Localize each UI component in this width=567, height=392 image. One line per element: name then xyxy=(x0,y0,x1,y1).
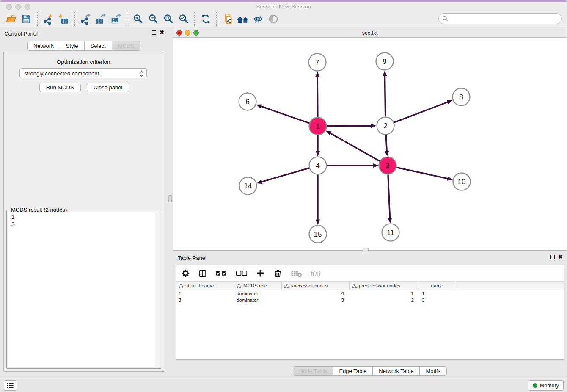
tab-motifs[interactable]: Motifs xyxy=(419,366,447,376)
close-panel-icon[interactable]: ✖ xyxy=(160,30,164,35)
table-row[interactable]: 3dominator323 xyxy=(176,297,564,304)
mcds-result-textarea[interactable]: 1 3 xyxy=(8,212,160,367)
checkboxes-empty-icon xyxy=(236,270,248,277)
node-2[interactable]: 2 xyxy=(377,117,394,135)
node-3[interactable]: 3 xyxy=(379,157,396,174)
tab-network[interactable]: Network xyxy=(27,41,60,51)
zoom-in-button[interactable] xyxy=(130,12,146,26)
delete-table-button[interactable] xyxy=(291,268,302,279)
deselect-all-rows-button[interactable] xyxy=(236,268,248,279)
edge-1-2[interactable] xyxy=(327,124,376,128)
table-cell: 1 xyxy=(419,291,455,296)
save-session-button[interactable] xyxy=(19,12,34,26)
edge-3-11[interactable] xyxy=(388,174,392,223)
node-7[interactable]: 7 xyxy=(309,54,326,71)
column-header-successor-nodes[interactable]: successor nodes xyxy=(282,282,350,290)
edge-2-9[interactable] xyxy=(383,70,387,116)
mcds-result-lines: 1 3 xyxy=(11,213,156,228)
node-table: shared nameMCDS rolesuccessor nodesprede… xyxy=(176,282,564,359)
edge-2-8[interactable] xyxy=(394,100,453,122)
node-14[interactable]: 14 xyxy=(239,177,257,195)
node-label: 4 xyxy=(316,162,319,170)
zoom-fit-icon xyxy=(163,14,174,25)
column-header-shared-name[interactable]: shared name xyxy=(176,282,234,290)
edge-4-15[interactable] xyxy=(316,175,320,225)
memory-button[interactable]: Memory xyxy=(528,380,564,391)
tab-network-table[interactable]: Network Table xyxy=(372,366,420,376)
edge-3-1[interactable] xyxy=(326,131,380,161)
duplicate-network-icon xyxy=(222,14,233,25)
node-4[interactable]: 4 xyxy=(309,157,327,174)
delete-column-button[interactable] xyxy=(273,268,282,279)
export-table-button[interactable] xyxy=(93,12,108,26)
tab-mcds[interactable]: MCDS xyxy=(112,41,140,51)
import-network-icon xyxy=(43,14,54,25)
node-10[interactable]: 10 xyxy=(453,173,471,190)
table-splitter-handle[interactable] xyxy=(363,248,369,251)
node-label: 15 xyxy=(314,230,322,238)
task-history-button[interactable] xyxy=(4,380,17,391)
tab-style[interactable]: Style xyxy=(60,41,85,51)
node-9[interactable]: 9 xyxy=(376,53,394,70)
node-label: 6 xyxy=(245,98,249,106)
table-settings-button[interactable] xyxy=(181,268,190,279)
node-6[interactable]: 6 xyxy=(239,93,256,110)
refresh-icon xyxy=(201,14,211,24)
export-network-button[interactable] xyxy=(78,12,93,26)
split-table-button[interactable] xyxy=(198,268,207,279)
tab-select[interactable]: Select xyxy=(84,41,112,51)
column-header-predecessor-nodes[interactable]: predecessor nodes xyxy=(350,282,419,290)
criterion-dropdown[interactable]: strongly connected component xyxy=(19,68,147,78)
table-body: 1dominator4113dominator323 xyxy=(176,290,564,304)
edge-1-7[interactable] xyxy=(315,71,319,117)
node-11[interactable]: 11 xyxy=(382,224,399,241)
open-session-button[interactable] xyxy=(3,12,19,26)
zoom-out-button[interactable] xyxy=(146,12,161,26)
column-header-mcds-role[interactable]: MCDS role xyxy=(234,282,282,290)
float-panel-icon[interactable] xyxy=(152,30,156,35)
run-mcds-button[interactable]: Run MCDS xyxy=(39,83,81,92)
result-scrollbar[interactable] xyxy=(155,212,160,367)
zoom-fit-button[interactable] xyxy=(161,12,176,26)
export-image-button[interactable] xyxy=(108,12,124,26)
float-table-panel-icon[interactable] xyxy=(550,255,555,259)
zoom-selected-icon xyxy=(178,14,189,25)
node-8[interactable]: 8 xyxy=(453,88,470,106)
node-label: 11 xyxy=(387,229,394,237)
edge-1-6[interactable] xyxy=(256,104,309,123)
column-type-icon xyxy=(352,284,357,288)
table-row[interactable]: 1dominator411 xyxy=(176,290,564,297)
refresh-button[interactable] xyxy=(198,12,213,26)
close-panel-button[interactable]: Close panel xyxy=(87,83,129,92)
edge-1-4[interactable] xyxy=(316,135,320,157)
import-table-button[interactable] xyxy=(56,12,71,26)
tab-node-table[interactable]: Node Table xyxy=(293,366,333,376)
select-all-rows-button[interactable] xyxy=(215,268,227,279)
show-all-button[interactable] xyxy=(266,12,281,26)
app-titlebar: Session: New Session xyxy=(0,2,567,11)
hide-selected-button[interactable] xyxy=(250,12,266,26)
table-cell: dominator xyxy=(234,298,282,303)
search-input[interactable] xyxy=(438,13,562,24)
add-column-button[interactable] xyxy=(256,268,265,279)
duplicate-network-button[interactable] xyxy=(220,12,235,26)
memory-status-icon xyxy=(533,383,537,388)
edge-3-10[interactable] xyxy=(396,168,453,181)
trash-icon xyxy=(273,269,282,278)
close-table-panel-icon[interactable]: ✖ xyxy=(558,255,563,259)
edge-4-14[interactable] xyxy=(257,168,309,184)
panel-splitter-handle[interactable] xyxy=(168,195,172,202)
table-panel-tabs: Node TableEdge TableNetwork TableMotifs xyxy=(173,366,567,376)
edge-2-3[interactable] xyxy=(385,135,389,156)
tab-edge-table[interactable]: Edge Table xyxy=(333,366,373,376)
function-builder-button[interactable]: f(x) xyxy=(311,268,321,279)
column-header-name[interactable]: name xyxy=(419,282,455,290)
table-cell: 1 xyxy=(176,291,234,296)
zoom-selected-button[interactable] xyxy=(176,12,191,26)
import-network-button[interactable] xyxy=(41,12,56,26)
node-15[interactable]: 15 xyxy=(309,226,327,243)
first-neighbors-button[interactable] xyxy=(235,12,250,26)
network-canvas[interactable]: 7968124314101511 xyxy=(173,38,567,250)
edge-4-3[interactable] xyxy=(327,163,379,168)
node-1[interactable]: 1 xyxy=(309,118,327,135)
